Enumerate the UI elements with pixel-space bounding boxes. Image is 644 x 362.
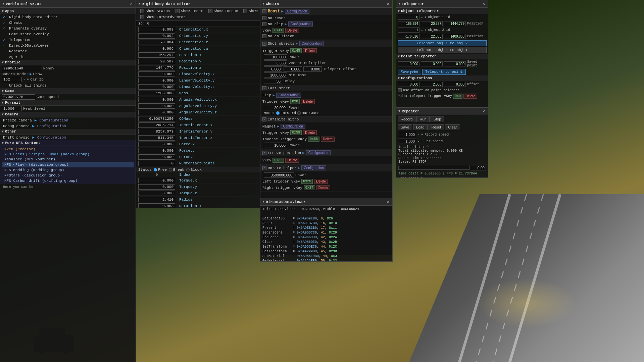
flip-arrow[interactable]: ▶ <box>273 93 275 97</box>
right-delete-btn[interactable]: Delete <box>316 185 330 190</box>
obj2-pos-x-input[interactable] <box>398 34 419 39</box>
position-z-input[interactable] <box>138 65 175 70</box>
saved-pt-x-input[interactable] <box>398 61 419 66</box>
reset-btn[interactable]: Reset <box>429 124 444 130</box>
nfs-carbon-item[interactable]: NFS Carbon drift (drifting group) <box>2 178 134 184</box>
angularvel-z-input[interactable] <box>138 110 175 115</box>
rotate-power-input[interactable] <box>264 172 294 178</box>
no-collision-checkbox[interactable] <box>262 34 266 38</box>
forward-radio[interactable]: Forward <box>276 111 296 115</box>
show-radius-checkbox[interactable] <box>243 9 247 13</box>
obj1-pos-y-input[interactable] <box>421 21 443 26</box>
app-item-directx[interactable]: ✓ DirectX9DataViewer <box>0 43 136 48</box>
show-torque-check[interactable]: Show Torque <box>206 9 240 13</box>
app-item-repeater[interactable]: ✓ Repeater <box>0 48 136 54</box>
profile-section-toggle[interactable]: ▼ Profile <box>0 60 136 65</box>
torque-y-input[interactable] <box>138 184 175 190</box>
nfs-section-toggle[interactable]: ▼ More NFS Content <box>0 140 136 146</box>
radius-input[interactable] <box>138 197 175 202</box>
saved-pt-y-input[interactable] <box>421 61 443 66</box>
freeze-config[interactable]: Configuration <box>39 118 68 122</box>
show-status-check[interactable]: Show Status <box>138 9 172 13</box>
orientation-z-input[interactable] <box>138 40 175 45</box>
show-forwardvector-check[interactable]: Show ForwardVector <box>138 15 188 19</box>
offset-z-input[interactable] <box>444 82 466 87</box>
magnet-config-btn[interactable]: Configuration <box>281 124 305 129</box>
point-teleporter-toggle[interactable]: ▼ Point teleporter <box>396 54 488 59</box>
position-y-input[interactable] <box>138 59 175 64</box>
oomass-input[interactable] <box>138 116 175 121</box>
status-block-radio[interactable]: Block <box>186 168 202 172</box>
app-item-teleporter[interactable]: ✓ Teleporter <box>0 37 136 43</box>
fast-start-checkbox[interactable] <box>262 86 266 90</box>
obj1-id-input[interactable] <box>398 15 419 20</box>
use-offset-checkbox[interactable] <box>398 88 402 92</box>
orientation-w-input[interactable] <box>138 46 175 51</box>
verble-header[interactable]: ▼ VerbleTool v5.01 ✕ <box>0 0 136 8</box>
nfs-play-item[interactable]: NFS <Play> (discussion group) <box>2 162 134 167</box>
freeze-arrow[interactable]: ▶ <box>35 118 37 122</box>
car-speed-plus[interactable]: + <box>421 139 424 143</box>
flip-config-btn[interactable]: Configuration <box>276 93 301 98</box>
cheats-header[interactable]: ▼ Cheats ✕ <box>260 0 392 8</box>
no-clip-config-btn[interactable]: Configuration <box>288 21 313 27</box>
camera-mode-arrow[interactable]: ▶ <box>30 72 32 76</box>
point-trigger-delete-btn[interactable]: Delete <box>463 94 477 99</box>
magnet-power-input[interactable] <box>264 143 287 148</box>
app-item-rigid[interactable]: ✓ Rigid body data editor <box>0 14 136 20</box>
shot-config-btn[interactable]: Configuration <box>299 41 324 46</box>
record-speed-input[interactable] <box>398 132 416 137</box>
cheats-collapse[interactable]: ▼ <box>262 2 264 6</box>
verble-collapse-arrow[interactable]: ▼ <box>2 2 4 6</box>
repeater-collapse[interactable]: ▼ <box>398 109 400 113</box>
no-clip-checkbox[interactable] <box>262 22 266 26</box>
no-reset-checkbox[interactable] <box>262 16 266 20</box>
apps-section-toggle[interactable]: ▼ Apps <box>0 8 136 14</box>
show-index-check[interactable]: Show Index <box>174 9 205 13</box>
backward-radio[interactable]: Backward <box>297 111 319 115</box>
debug-config[interactable]: Configuration <box>37 124 66 128</box>
show-status-checkbox[interactable] <box>140 9 144 13</box>
freeze-pos-arrow[interactable]: ▶ <box>302 151 305 155</box>
app-item-cheats[interactable]: ✓ Cheats <box>0 20 136 25</box>
save-btn[interactable]: Save <box>398 124 412 130</box>
show-index-checkbox[interactable] <box>176 9 180 13</box>
teleport-offset-z-input[interactable] <box>303 66 322 72</box>
directx-close-btn[interactable]: ✕ <box>386 199 390 204</box>
shot-power-input[interactable] <box>264 54 287 60</box>
delay-input[interactable] <box>264 79 282 84</box>
obj1-plus[interactable]: + <box>425 15 427 19</box>
obj1-pos-z-input[interactable] <box>444 21 466 26</box>
nfs-hacks-link[interactable]: NFS Hacks <box>4 152 24 156</box>
boost-config-btn[interactable]: Configuration <box>285 9 309 14</box>
fast-delete-btn[interactable]: Delete <box>301 99 315 104</box>
obj2-plus[interactable]: + <box>425 28 427 32</box>
angularvel-y-input[interactable] <box>138 103 175 109</box>
app-item-gamestate[interactable]: ✓ Game state overlay <box>0 31 136 37</box>
teleporter-close-btn[interactable]: ✕ <box>482 1 486 6</box>
car-id-input[interactable] <box>2 77 22 82</box>
fast-power-input[interactable] <box>264 105 287 110</box>
inverse-delete-btn[interactable]: Delete <box>321 137 335 142</box>
torque-z-input[interactable] <box>138 191 175 196</box>
stop-btn[interactable]: Stop <box>431 116 444 122</box>
teleport-offset-x-input[interactable] <box>264 66 282 72</box>
record-btn[interactable]: Record <box>398 116 415 122</box>
verble-close-btn[interactable]: ✕ <box>129 1 134 6</box>
mass-input[interactable] <box>138 91 175 96</box>
teleport-to-point-btn[interactable]: Teleport to point <box>422 69 466 75</box>
directx-header[interactable]: ▼ DirectX9DataViewer ✕ <box>260 198 392 206</box>
nitro-checkbox[interactable] <box>262 117 266 121</box>
obj2-id-input[interactable] <box>398 28 419 33</box>
obj1-pos-x-input[interactable] <box>398 21 419 26</box>
shot-arrow[interactable]: ▶ <box>296 41 298 46</box>
boost-delete-btn[interactable]: Delete <box>285 28 299 33</box>
configurations-toggle[interactable]: ▼ Configurations <box>396 75 488 81</box>
teleport-1-to-2-btn[interactable]: Teleport obj 1 to obj 2 <box>398 40 487 46</box>
offset-y-input[interactable] <box>421 82 443 87</box>
obj2-pos-y-input[interactable] <box>421 34 443 39</box>
rotate-config-btn[interactable]: Configuration <box>301 165 326 170</box>
teleporter-header[interactable]: ▼ Teleporter ✕ <box>396 0 488 8</box>
repeater-close-btn[interactable]: ✕ <box>482 109 486 114</box>
nfstars-item[interactable]: NFStars (discussion group) <box>2 173 134 178</box>
